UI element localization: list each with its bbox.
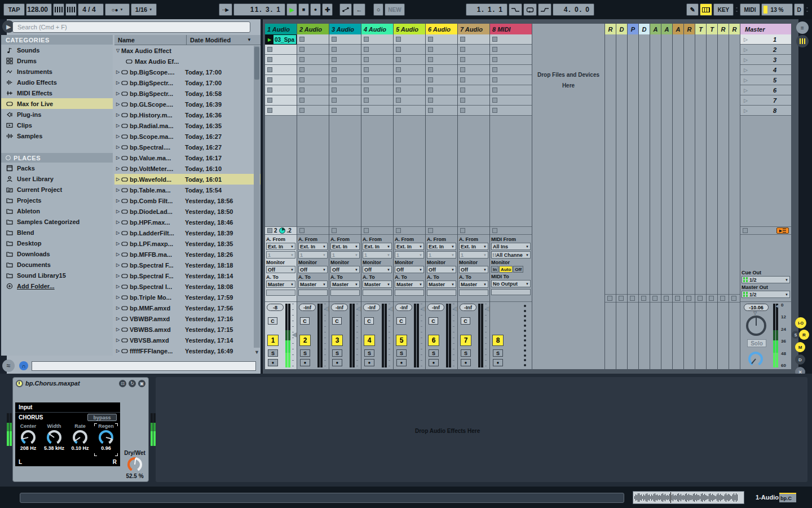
column-header-date-modified[interactable]: Date Modified▼ (186, 35, 254, 45)
scene-launch-icon[interactable]: ▷ (744, 77, 748, 83)
monitor-select[interactable]: Off▼ (266, 266, 295, 273)
width-knob[interactable] (47, 430, 61, 445)
drop-files-zone[interactable]: Drop Files and DevicesHere (532, 24, 604, 369)
pan-control[interactable]: C (429, 317, 438, 325)
expand-icon[interactable]: ▷ (114, 134, 121, 139)
time-signature-display[interactable]: 4 / 4 (78, 3, 104, 16)
midi-map-button[interactable]: MIDI (740, 3, 760, 16)
clip-slot[interactable] (426, 106, 457, 116)
audio-to-select[interactable]: Master▼ (459, 281, 488, 288)
sidebar-item-drums[interactable]: Drums (1, 55, 113, 66)
stop-clip-button[interactable] (460, 228, 465, 233)
solo-button[interactable]: S (268, 349, 278, 357)
volume-display[interactable]: -Inf (427, 304, 444, 311)
hot-swap-mode-button[interactable]: ≈ (2, 360, 15, 372)
audio-channel-select[interactable]: 1▼ (395, 251, 424, 259)
scene-slot-6[interactable]: ▷6 (740, 85, 791, 95)
audio-from-select[interactable]: Ext. In▼ (427, 243, 456, 250)
device-on-button[interactable] (16, 380, 23, 387)
return-track-header-10[interactable]: T (707, 24, 717, 34)
stop-clip-button[interactable] (428, 228, 433, 233)
clip-slot[interactable] (297, 55, 329, 65)
punch-in-button[interactable] (509, 3, 522, 16)
follow-button[interactable]: ··▶ (219, 3, 232, 16)
loop-length-display[interactable]: 4. 0. 0 (553, 3, 594, 16)
scene-launch-icon[interactable]: ▷ (744, 37, 748, 42)
clip-slot[interactable] (329, 65, 361, 75)
file-row[interactable]: ▷bp.BigScope....Today, 17:00 (114, 67, 261, 77)
sidebar-item-midi-effects[interactable]: MIDI Effects (1, 87, 113, 98)
expand-icon[interactable]: ▷ (114, 123, 121, 128)
clip-slot[interactable] (458, 45, 489, 55)
clip-slot[interactable] (361, 55, 393, 65)
sidebar-item-current-project[interactable]: Current Project (1, 184, 113, 195)
sidebar-item-sounds[interactable]: Sounds (1, 45, 113, 55)
expand-icon[interactable]: ▷ (114, 327, 121, 332)
audio-to-select[interactable]: Master▼ (298, 281, 328, 288)
file-row[interactable]: ▷bp.VoltMeter....Today, 16:10 (114, 163, 261, 174)
stop-clip-button[interactable] (731, 296, 736, 301)
cue-volume-knob[interactable] (748, 352, 763, 366)
device-knob-width[interactable]: Width5.38 kHz (41, 422, 67, 457)
clip-slot[interactable] (426, 45, 457, 55)
file-row[interactable]: ▷bp.BigSpectr...Today, 16:58 (114, 88, 261, 99)
arm-button[interactable]: ● (332, 359, 342, 366)
sidebar-item-plug-ins[interactable]: Plug-ins (1, 109, 113, 120)
volume-fader-handle[interactable]: ◀ (389, 305, 393, 312)
solo-button[interactable]: S (364, 349, 374, 357)
nudge-down-button[interactable] (53, 3, 64, 16)
loop-button[interactable] (523, 3, 537, 16)
scroll-down-icon[interactable]: ▼ (254, 349, 259, 355)
sidebar-item-ableton[interactable]: Ableton (1, 205, 113, 216)
track-activator[interactable]: 6 (428, 335, 439, 346)
volume-display[interactable]: -Inf (299, 304, 316, 311)
sidebar-item-sound-library15[interactable]: Sound Library15 (1, 270, 113, 281)
clip-slot[interactable] (329, 106, 361, 116)
clip-slot[interactable] (394, 106, 425, 116)
sidebar-item-desktop[interactable]: Desktop (1, 238, 113, 248)
solo-button[interactable]: S (493, 349, 503, 357)
clip-slot[interactable] (297, 34, 329, 45)
monitor-select[interactable]: Off▼ (298, 266, 328, 273)
cue-out-select[interactable]: 1/2▼ (742, 276, 790, 283)
clip-slot[interactable] (265, 75, 297, 85)
return-track-header-1[interactable]: R (605, 24, 616, 34)
monitor-auto-button[interactable]: Auto (499, 266, 513, 273)
clip-slot[interactable] (458, 106, 489, 116)
return-track-header-5[interactable]: A (650, 24, 661, 34)
center-knob[interactable] (21, 430, 36, 445)
audio-to-select[interactable]: Master▼ (363, 281, 392, 288)
expand-icon[interactable]: ▷ (114, 284, 121, 289)
clip-slot[interactable] (490, 65, 532, 75)
file-row[interactable]: ▷bp.Comb Filt...Yesterday, 18:56 (114, 195, 261, 206)
clip-slot[interactable] (329, 95, 361, 106)
track-activator[interactable]: 1 (267, 335, 279, 346)
scene-launch-icon[interactable]: ▷ (744, 57, 748, 63)
capture-new-scene-button[interactable]: NEW (385, 3, 405, 16)
scrollbar-thumb[interactable] (254, 47, 259, 80)
show-returns-toggle[interactable]: R (799, 330, 809, 340)
arm-button[interactable]: ● (429, 359, 439, 366)
clip-slot[interactable] (426, 34, 457, 45)
arm-button[interactable]: ● (300, 359, 310, 366)
solo-button[interactable]: S (461, 349, 471, 357)
clip-slot[interactable] (394, 55, 425, 65)
expand-icon[interactable]: ▷ (114, 112, 121, 117)
expand-icon[interactable]: ▷ (114, 305, 121, 310)
expand-icon[interactable]: ▷ (114, 252, 121, 257)
sidebar-item-instruments[interactable]: Instruments (1, 66, 113, 77)
stop-clip-button[interactable] (619, 296, 624, 301)
clip-slot[interactable] (458, 65, 489, 75)
clip-slot[interactable] (329, 55, 361, 65)
expand-icon[interactable]: ▷ (114, 102, 121, 107)
show-track-delay-toggle[interactable]: D (795, 354, 805, 365)
expand-icon[interactable]: ▷ (114, 177, 121, 182)
midi-from-select[interactable]: All Ins▼ (491, 243, 531, 250)
audio-from-select[interactable]: Ext. In▼ (363, 243, 392, 250)
arm-button[interactable]: ● (493, 359, 503, 366)
audio-channel-select[interactable]: 1▼ (266, 251, 295, 259)
expand-icon[interactable]: ▷ (114, 155, 121, 160)
sidebar-item-packs[interactable]: Packs (1, 163, 113, 173)
volume-fader-handle[interactable]: ◀ (485, 305, 489, 312)
clip-slot[interactable] (361, 75, 393, 85)
